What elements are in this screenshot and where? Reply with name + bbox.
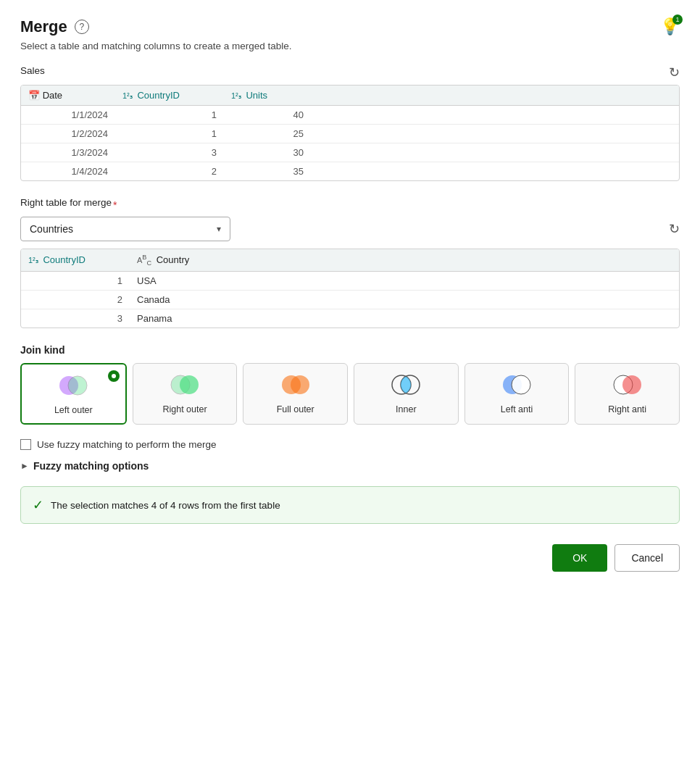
join-option-label-left-outer: Left outer [54, 404, 93, 416]
dropdown-row: Countries ▾ ↻ [20, 217, 680, 241]
sales-countryid-cell: 1 [115, 106, 224, 125]
lightbulb-badge: 1 [672, 14, 683, 25]
countries-col-country-label: Country [157, 254, 190, 265]
dropdown-arrow-icon: ▾ [217, 224, 221, 234]
join-option-left-outer[interactable]: Left outer [20, 363, 127, 425]
sales-col-date[interactable]: 📅 Date [21, 86, 115, 106]
required-star: * [113, 199, 117, 211]
cancel-button[interactable]: Cancel [614, 544, 680, 572]
countries-col-countryid-label: CountryID [43, 254, 86, 265]
join-option-right-outer[interactable]: Right outer [133, 363, 238, 425]
sales-countryid-cell: 2 [115, 162, 224, 181]
sales-col-date-label: Date [43, 90, 62, 101]
table-row[interactable]: 1 USA [21, 271, 679, 290]
venn-diagram-left-outer [57, 375, 89, 399]
table-row[interactable]: 1/2/2024 1 25 [21, 125, 679, 143]
fuzzy-checkbox-row: Use fuzzy matching to perform the merge [20, 439, 680, 450]
selected-check [108, 370, 120, 382]
sales-date-cell: 1/2/2024 [21, 125, 115, 143]
sales-units-cell: 25 [224, 125, 311, 143]
header-row: Merge ? 💡 1 [20, 17, 680, 36]
subtitle: Select a table and matching columns to c… [20, 41, 680, 51]
countries-table: 1²₃ CountryID ABC Country 1 USA 2 Canada [20, 249, 680, 328]
title-area: Merge ? [20, 17, 89, 36]
help-icon[interactable]: ? [75, 20, 89, 34]
chevron-right-icon: ► [20, 461, 29, 471]
join-option-label-full-outer: Full outer [277, 404, 314, 415]
svg-point-5 [291, 375, 309, 394]
venn-diagram-full-outer [280, 374, 312, 398]
sales-empty-cell [311, 106, 679, 125]
countries-col-countryid[interactable]: 1²₃ CountryID [21, 249, 130, 271]
sales-countryid-cell: 1 [115, 125, 224, 143]
sales-date-cell: 1/1/2024 [21, 106, 115, 125]
sales-empty-cell [311, 143, 679, 162]
sales-date-cell: 1/3/2024 [21, 143, 115, 162]
countries-empty-cell [238, 309, 679, 328]
sales-col-units[interactable]: 1²₃ Units [224, 86, 311, 106]
join-options-row: Left outer Right outer Full outer Inner [20, 363, 680, 425]
countries-empty-cell [238, 290, 679, 309]
sales-col-units-label: Units [246, 90, 267, 101]
lightbulb-container: 💡 1 [660, 17, 680, 36]
sales-label: Sales [20, 65, 45, 76]
right-table-selected: Countries [30, 223, 73, 235]
join-option-label-right-outer: Right outer [162, 404, 207, 415]
fuzzy-checkbox-label: Use fuzzy matching to perform the merge [37, 439, 217, 450]
countries-country-cell: USA [130, 271, 238, 290]
123-icon-cid: 1²₃ [28, 256, 38, 264]
join-option-label-left-anti: Left anti [501, 404, 533, 415]
fuzzy-options-header[interactable]: ► Fuzzy matching options [20, 460, 680, 472]
fuzzy-checkbox[interactable] [20, 439, 31, 450]
right-table-dropdown[interactable]: Countries ▾ [20, 217, 230, 241]
success-message: The selection matches 4 of 4 rows from t… [51, 500, 280, 511]
countries-countryid-cell: 2 [21, 290, 130, 309]
countries-countryid-cell: 3 [21, 309, 130, 328]
fuzzy-options-label: Fuzzy matching options [33, 460, 149, 472]
join-option-left-anti[interactable]: Left anti [464, 363, 570, 425]
right-table-refresh-icon[interactable]: ↻ [669, 221, 680, 237]
table-row[interactable]: 1/4/2024 2 35 [21, 162, 679, 181]
sales-col-empty [311, 86, 679, 106]
join-option-right-anti[interactable]: Right anti [575, 363, 680, 425]
sales-empty-cell [311, 162, 679, 181]
table-row[interactable]: 1/1/2024 1 40 [21, 106, 679, 125]
countries-countryid-cell: 1 [21, 271, 130, 290]
123-icon-countryid: 1²₃ [122, 91, 133, 100]
countries-col-country[interactable]: ABC Country [130, 249, 238, 271]
abc-icon: ABC [137, 256, 151, 264]
venn-diagram-inner [390, 374, 422, 398]
countries-col-empty [238, 249, 679, 271]
right-table-section: Right table for merge * Countries ▾ ↻ 1²… [20, 197, 680, 328]
sales-date-cell: 1/4/2024 [21, 162, 115, 181]
sales-col-countryid[interactable]: 1²₃ CountryID [115, 86, 224, 106]
success-banner: ✓ The selection matches 4 of 4 rows from… [20, 486, 680, 524]
join-kind-label: Join kind [20, 344, 680, 356]
svg-point-1 [68, 376, 87, 395]
svg-point-15 [622, 375, 641, 394]
countries-country-cell: Canada [130, 290, 238, 309]
ok-button[interactable]: OK [552, 544, 607, 572]
table-row[interactable]: 2 Canada [21, 290, 679, 309]
join-option-label-inner: Inner [396, 404, 417, 415]
123-icon-units: 1²₃ [231, 91, 241, 100]
svg-point-3 [180, 375, 199, 394]
sales-section-header: Sales ↻ [20, 64, 680, 80]
right-table-label-row: Right table for merge * [20, 197, 680, 212]
sales-units-cell: 30 [224, 143, 311, 162]
join-option-full-outer[interactable]: Full outer [243, 363, 348, 425]
table-row[interactable]: 3 Panama [21, 309, 679, 328]
table-row[interactable]: 1/3/2024 3 30 [21, 143, 679, 162]
sales-table: 📅 Date 1²₃ CountryID 1²₃ Units 1/1/2024 … [20, 85, 680, 181]
sales-refresh-icon[interactable]: ↻ [669, 64, 680, 80]
venn-diagram-right-outer [169, 374, 201, 398]
sales-units-cell: 40 [224, 106, 311, 125]
venn-diagram-left-anti [501, 374, 533, 398]
join-option-inner[interactable]: Inner [354, 363, 459, 425]
calendar-icon: 📅 [28, 90, 40, 101]
sales-col-countryid-label: CountryID [137, 90, 180, 101]
right-table-label: Right table for merge [20, 197, 112, 208]
sales-countryid-cell: 3 [115, 143, 224, 162]
join-kind-section: Join kind Left outer Right outer Full ou… [20, 344, 680, 425]
action-row: OK Cancel [20, 544, 680, 572]
